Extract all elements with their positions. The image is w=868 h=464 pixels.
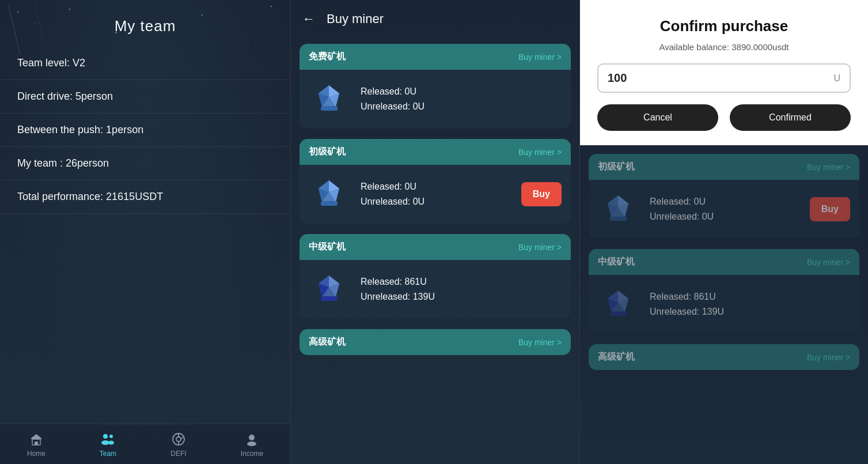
miner-card-free-header: 免费矿机 Buy miner > — [300, 44, 571, 70]
miner-free-info: Released: 0U Unreleased: 0U — [361, 86, 562, 112]
confirm-actions: Cancel Confirmed — [597, 104, 851, 131]
miner-free-unreleased: Unreleased: 0U — [361, 101, 562, 112]
confirm-input-row: U — [597, 63, 851, 93]
confirm-panel: Confirm purchase Available balance: 3890… — [580, 0, 868, 464]
bg-miner-advanced-header: 高级矿机 Buy miner > — [589, 344, 859, 370]
miner-header: ← Buy miner — [291, 0, 579, 38]
stat-total-performance: Total performance: 21615USDT — [0, 180, 290, 214]
stat-my-team: My team : 26person — [0, 147, 290, 180]
svg-point-7 — [109, 435, 113, 438]
bg-miner-mid-released: Released: 861U — [650, 292, 850, 302]
miner-free-title: 免费矿机 — [309, 51, 346, 63]
nav-team-label: Team — [100, 450, 116, 458]
bg-miner-mid-info: Released: 861U Unreleased: 139U — [650, 292, 850, 317]
svg-point-14 — [249, 435, 255, 440]
miner-card-mid: 中级矿机 Buy miner > Released: 861U — [300, 234, 571, 319]
nav-home[interactable]: Home — [27, 431, 46, 458]
svg-point-6 — [103, 434, 108, 439]
svg-rect-33 — [321, 296, 338, 301]
bg-miner-card-advanced: 高级矿机 Buy miner > — [589, 344, 859, 370]
team-panel: My team Team level: V2 Direct drive: 5pe… — [0, 0, 291, 464]
nav-home-label: Home — [27, 450, 46, 458]
bg-miner-mid-icon — [598, 284, 638, 325]
bg-miner-basic-icon — [598, 189, 638, 229]
miner-free-icon — [309, 79, 349, 119]
miner-card-mid-header: 中级矿机 Buy miner > — [300, 234, 571, 260]
confirm-modal: Confirm purchase Available balance: 3890… — [580, 0, 868, 145]
defi-icon — [170, 431, 187, 447]
miner-basic-icon — [309, 174, 349, 214]
bg-miner-advanced-link: Buy miner > — [807, 353, 850, 362]
bg-miner-basic-link: Buy miner > — [807, 163, 850, 172]
nav-team[interactable]: Team — [100, 431, 116, 458]
bg-miner-mid-title: 中级矿机 — [598, 256, 635, 268]
confirmed-button[interactable]: Confirmed — [730, 104, 851, 131]
miner-card-advanced-header: 高级矿机 Buy miner > — [300, 329, 571, 355]
confirm-unit: U — [833, 73, 840, 84]
svg-rect-21 — [321, 106, 338, 111]
miner-mid-info: Released: 861U Unreleased: 139U — [361, 277, 562, 302]
bg-miner-basic-body: Released: 0U Unreleased: 0U Buy — [589, 180, 859, 239]
bg-miner-basic-released: Released: 0U — [650, 197, 798, 207]
svg-point-15 — [247, 442, 256, 446]
svg-rect-39 — [610, 216, 627, 221]
stat-between-push: Between the push: 1person — [0, 114, 290, 147]
svg-point-9 — [108, 440, 114, 444]
bg-miner-card-basic: 初级矿机 Buy miner > Released: 0U — [589, 154, 859, 239]
team-stats: Team level: V2 Direct drive: 5person Bet… — [0, 47, 290, 424]
bg-miner-basic-info: Released: 0U Unreleased: 0U — [650, 197, 798, 222]
svg-point-8 — [101, 440, 109, 445]
miner-mid-title: 中级矿机 — [309, 241, 346, 253]
miner-free-body: Released: 0U Unreleased: 0U — [300, 70, 571, 129]
miner-basic-buy-button[interactable]: Buy — [521, 182, 562, 206]
confirm-balance: Available balance: 3890.0000usdt — [597, 42, 851, 52]
svg-rect-27 — [321, 201, 338, 206]
svg-marker-5 — [31, 434, 42, 439]
back-button[interactable]: ← — [302, 12, 315, 27]
nav-defi[interactable]: DEFI — [170, 431, 187, 458]
confirm-amount-input[interactable] — [608, 71, 833, 85]
miner-mid-buy-link[interactable]: Buy miner > — [518, 243, 562, 252]
bg-miner-list: 初级矿机 Buy miner > Released: 0U — [580, 145, 868, 464]
bg-miner-card-mid: 中级矿机 Buy miner > Released: 861U — [589, 249, 859, 334]
miner-basic-buy-link[interactable]: Buy miner > — [518, 148, 562, 157]
miner-card-basic-header: 初级矿机 Buy miner > — [300, 139, 571, 165]
miner-basic-info: Released: 0U Unreleased: 0U — [361, 182, 510, 207]
miner-basic-title: 初级矿机 — [309, 146, 346, 158]
stat-direct-drive: Direct drive: 5person — [0, 80, 290, 114]
bg-miner-mid-header: 中级矿机 Buy miner > — [589, 249, 859, 275]
bg-miner-basic-header: 初级矿机 Buy miner > — [589, 154, 859, 180]
miner-mid-unreleased: Unreleased: 139U — [361, 292, 562, 302]
miner-basic-body: Released: 0U Unreleased: 0U Buy — [300, 165, 571, 224]
miner-advanced-buy-link[interactable]: Buy miner > — [518, 338, 562, 347]
bg-miner-basic-title: 初级矿机 — [598, 161, 635, 173]
team-title: My team — [0, 0, 290, 47]
bg-miner-basic-buy-button: Buy — [810, 197, 850, 221]
svg-rect-4 — [35, 442, 38, 445]
income-icon — [244, 431, 260, 447]
nav-income[interactable]: Income — [241, 431, 263, 458]
nav-income-label: Income — [241, 450, 263, 458]
bottom-nav: Home Team — [0, 424, 290, 464]
stat-team-level: Team level: V2 — [0, 47, 290, 80]
miner-mid-icon — [309, 269, 349, 310]
buy-miner-panel: ← Buy miner 免费矿机 Buy miner > — [291, 0, 580, 464]
miner-basic-unreleased: Unreleased: 0U — [361, 197, 510, 207]
miner-list: 免费矿机 Buy miner > Released: 0U — [291, 38, 579, 464]
miner-mid-body: Released: 861U Unreleased: 139U — [300, 260, 571, 319]
miner-card-free: 免费矿机 Buy miner > Released: 0U — [300, 44, 571, 129]
nav-defi-label: DEFI — [170, 450, 186, 458]
miner-basic-released: Released: 0U — [361, 182, 510, 192]
bg-miner-mid-link: Buy miner > — [807, 258, 850, 267]
miner-title: Buy miner — [327, 12, 384, 27]
miner-mid-released: Released: 861U — [361, 277, 562, 287]
bg-miner-advanced-title: 高级矿机 — [598, 351, 635, 363]
home-icon — [28, 431, 44, 447]
miner-free-buy-link[interactable]: Buy miner > — [518, 52, 562, 62]
miner-card-advanced: 高级矿机 Buy miner > — [300, 329, 571, 355]
miner-card-basic: 初级矿机 Buy miner > Released: 0U — [300, 139, 571, 224]
cancel-button[interactable]: Cancel — [597, 104, 718, 131]
bg-miner-mid-unreleased: Unreleased: 139U — [650, 307, 850, 317]
team-icon — [100, 431, 116, 447]
miner-free-released: Released: 0U — [361, 86, 562, 97]
